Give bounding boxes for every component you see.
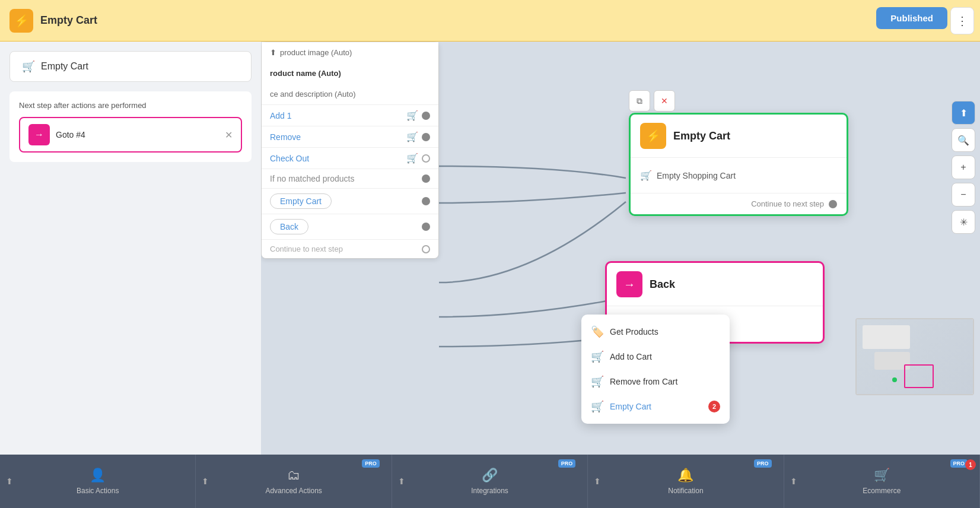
product-flow-node: ⬆ product image (Auto) roduct name (Auto…	[261, 42, 439, 259]
advanced-actions-icon: 🗂	[287, 468, 300, 483]
bottom-bar: ⬆ 👤 Basic Actions PRO ⬆ 🗂 Advanced Actio…	[0, 455, 980, 508]
notification-arrow-icon: ⬆	[594, 477, 601, 486]
action-label: Empty Shopping Cart	[657, 171, 736, 180]
integrations-label: Integrations	[471, 487, 508, 495]
remove-from-cart-label: Remove from Cart	[610, 377, 720, 386]
fit-button[interactable]: ✳	[952, 210, 975, 234]
empty-cart-node: ⚡ Empty Cart 🛒 Empty Shopping Cart Conti…	[629, 113, 848, 216]
duplicate-button[interactable]: ⧉	[629, 90, 650, 112]
back-node-icon: →	[616, 271, 642, 297]
add-to-cart-label: Add to Cart	[610, 352, 720, 361]
advanced-actions-label: Advanced Actions	[265, 487, 322, 495]
next-step-label: Next step after actions are performed	[19, 101, 242, 110]
right-toolbar: ⬆ 🔍 + − ✳	[952, 101, 975, 234]
page-title: Empty Cart	[40, 14, 963, 27]
no-match-item[interactable]: If no matched products	[262, 169, 438, 188]
left-panel: 🛒 Empty Cart Next step after actions are…	[0, 42, 261, 455]
basic-arrow-icon: ⬆	[6, 477, 13, 486]
integrations-pro-badge: PRO	[558, 459, 576, 468]
continue-item: Continue to next step	[262, 239, 438, 258]
integrations-icon: 🔗	[482, 468, 498, 483]
product-image-header: ⬆ product image (Auto)	[262, 42, 438, 63]
back-node-header: → Back	[607, 263, 823, 306]
get-products-icon: 🏷️	[591, 325, 604, 338]
expand-button[interactable]: ⬆	[952, 101, 975, 125]
basic-actions-icon: 👤	[90, 468, 106, 483]
integrations-arrow-icon: ⬆	[398, 477, 405, 486]
top-bar: ⚡ Empty Cart ≡	[0, 0, 980, 42]
empty-cart-button-flow[interactable]: Empty Cart	[262, 188, 438, 214]
ecommerce-count-badge: 1	[965, 459, 976, 470]
ecommerce-icon: 🛒	[874, 468, 890, 483]
node-footer: Continue to next step	[631, 193, 847, 214]
delete-button[interactable]: ✕	[654, 90, 675, 112]
remove-from-cart-icon: 🛒	[591, 375, 604, 388]
more-options-button[interactable]: ⋮	[950, 7, 974, 34]
context-menu: 🏷️ Get Products 🛒 Add to Cart 🛒 Remove f…	[581, 315, 730, 424]
advanced-pro-badge: PRO	[362, 459, 380, 468]
goto-icon: →	[28, 124, 50, 145]
published-button[interactable]: Published	[876, 7, 947, 29]
trigger-label: Empty Cart	[41, 61, 88, 72]
tab-advanced-actions[interactable]: PRO ⬆ 🗂 Advanced Actions	[196, 455, 392, 508]
app-icon: ⚡	[9, 9, 33, 33]
checkout-item[interactable]: Check Out 🛒	[262, 147, 438, 169]
zoom-in-button[interactable]: +	[952, 155, 975, 179]
zoom-out-button[interactable]: −	[952, 183, 975, 207]
tab-ecommerce[interactable]: PRO 1 ⬆ 🛒 Ecommerce	[784, 455, 980, 508]
empty-cart-trigger[interactable]: 🛒 Empty Cart	[9, 51, 252, 82]
goto-text: Goto #4	[56, 130, 219, 139]
basic-actions-label: Basic Actions	[77, 487, 119, 495]
search-canvas-button[interactable]: 🔍	[952, 128, 975, 152]
cart-icon: 🛒	[22, 60, 35, 73]
node-controls: ⧉ ✕	[629, 90, 675, 112]
back-button-flow[interactable]: Back	[262, 214, 438, 239]
action-cart-icon: 🛒	[640, 170, 652, 181]
context-get-products[interactable]: 🏷️ Get Products	[581, 319, 730, 344]
remove-item[interactable]: Remove 🛒	[262, 126, 438, 147]
product-desc-header: ce and description (Auto)	[262, 84, 438, 104]
next-step-box: Next step after actions are performed → …	[9, 91, 252, 162]
node-action: 🛒 Empty Shopping Cart	[640, 165, 837, 186]
advanced-arrow-icon: ⬆	[202, 477, 209, 486]
back-node-title: Back	[650, 278, 675, 291]
tab-basic-actions[interactable]: ⬆ 👤 Basic Actions	[0, 455, 196, 508]
context-empty-cart[interactable]: 🛒 Empty Cart 2	[581, 394, 730, 419]
notification-label: Notification	[668, 487, 703, 495]
tab-integrations[interactable]: PRO ⬆ 🔗 Integrations	[392, 455, 588, 508]
node-icon-orange: ⚡	[640, 123, 666, 149]
empty-cart-ctx-icon: 🛒	[591, 400, 604, 413]
tab-notification[interactable]: PRO ⬆ 🔔 Notification	[588, 455, 784, 508]
context-remove-from-cart[interactable]: 🛒 Remove from Cart	[581, 369, 730, 394]
notification-icon: 🔔	[677, 468, 693, 483]
node-title: Empty Cart	[673, 130, 730, 142]
add1-item[interactable]: Add 1 🛒	[262, 104, 438, 126]
add-to-cart-icon: 🛒	[591, 350, 604, 363]
node-body: 🛒 Empty Shopping Cart	[631, 158, 847, 193]
goto-close-button[interactable]: ✕	[225, 129, 233, 141]
goto-box[interactable]: → Goto #4 ✕	[19, 117, 242, 153]
empty-cart-badge: 2	[708, 401, 720, 412]
ecommerce-label: Ecommerce	[863, 487, 901, 495]
empty-cart-ctx-label: Empty Cart	[610, 402, 702, 411]
canvas: ⬆ product image (Auto) roduct name (Auto…	[261, 42, 980, 455]
product-name-header: roduct name (Auto)	[262, 63, 438, 84]
minimap	[855, 318, 974, 395]
ecommerce-arrow-icon: ⬆	[790, 477, 797, 486]
get-products-label: Get Products	[610, 327, 720, 336]
notification-pro-badge: PRO	[754, 459, 772, 468]
context-add-to-cart[interactable]: 🛒 Add to Cart	[581, 344, 730, 369]
node-header: ⚡ Empty Cart	[631, 115, 847, 158]
